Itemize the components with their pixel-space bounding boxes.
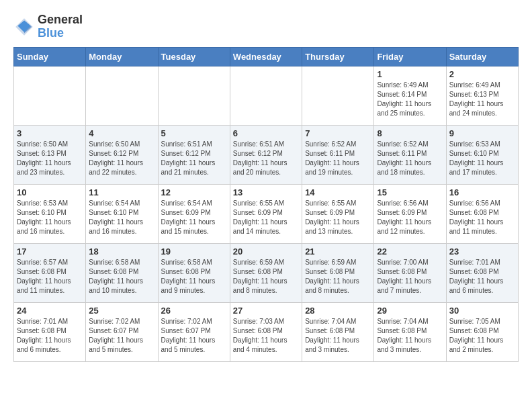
calendar-table: SundayMondayTuesdayWednesdayThursdayFrid…: [13, 47, 519, 362]
calendar-cell: 8Sunrise: 6:52 AM Sunset: 6:11 PM Daylig…: [374, 125, 446, 184]
weekday-header-monday: Monday: [86, 47, 158, 66]
weekday-header-tuesday: Tuesday: [158, 47, 230, 66]
day-info: Sunrise: 6:50 AM Sunset: 6:12 PM Dayligh…: [89, 140, 154, 177]
calendar-cell: 2Sunrise: 6:49 AM Sunset: 6:13 PM Daylig…: [446, 66, 518, 125]
page-header: General Blue: [13, 13, 519, 40]
day-info: Sunrise: 6:59 AM Sunset: 6:08 PM Dayligh…: [233, 258, 299, 295]
day-number: 7: [305, 128, 371, 138]
calendar-cell: 14Sunrise: 6:55 AM Sunset: 6:09 PM Dayli…: [302, 184, 374, 243]
logo-icon: [13, 16, 35, 38]
calendar-cell: 30Sunrise: 7:05 AM Sunset: 6:08 PM Dayli…: [446, 302, 518, 361]
calendar-cell: [158, 66, 230, 125]
day-info: Sunrise: 6:50 AM Sunset: 6:13 PM Dayligh…: [17, 140, 83, 177]
calendar-cell: 10Sunrise: 6:53 AM Sunset: 6:10 PM Dayli…: [14, 184, 86, 243]
calendar-cell: 22Sunrise: 7:00 AM Sunset: 6:08 PM Dayli…: [374, 243, 446, 302]
day-info: Sunrise: 6:52 AM Sunset: 6:11 PM Dayligh…: [377, 140, 443, 177]
day-number: 26: [161, 306, 227, 316]
day-number: 4: [89, 128, 154, 138]
calendar-cell: 17Sunrise: 6:57 AM Sunset: 6:08 PM Dayli…: [14, 243, 86, 302]
weekday-header-wednesday: Wednesday: [230, 47, 302, 66]
day-number: 30: [449, 306, 515, 316]
weekday-header-saturday: Saturday: [446, 47, 518, 66]
day-number: 12: [161, 187, 227, 197]
day-number: 10: [17, 187, 83, 197]
calendar-week-2: 3Sunrise: 6:50 AM Sunset: 6:13 PM Daylig…: [14, 125, 519, 184]
day-number: 16: [449, 187, 515, 197]
day-info: Sunrise: 6:57 AM Sunset: 6:08 PM Dayligh…: [17, 258, 83, 295]
weekday-header-thursday: Thursday: [302, 47, 374, 66]
calendar-cell: 25Sunrise: 7:02 AM Sunset: 6:07 PM Dayli…: [86, 302, 158, 361]
day-info: Sunrise: 7:02 AM Sunset: 6:07 PM Dayligh…: [161, 317, 227, 355]
day-info: Sunrise: 7:01 AM Sunset: 6:08 PM Dayligh…: [449, 258, 515, 295]
day-info: Sunrise: 6:55 AM Sunset: 6:09 PM Dayligh…: [305, 199, 371, 236]
calendar-cell: 18Sunrise: 6:58 AM Sunset: 6:08 PM Dayli…: [86, 243, 158, 302]
day-number: 18: [89, 246, 154, 257]
day-info: Sunrise: 6:58 AM Sunset: 6:08 PM Dayligh…: [161, 258, 227, 295]
day-info: Sunrise: 6:59 AM Sunset: 6:08 PM Dayligh…: [305, 258, 371, 295]
logo-general: General: [38, 13, 83, 27]
day-info: Sunrise: 7:02 AM Sunset: 6:07 PM Dayligh…: [89, 317, 154, 355]
day-info: Sunrise: 6:51 AM Sunset: 6:12 PM Dayligh…: [233, 140, 299, 177]
calendar-cell: 15Sunrise: 6:56 AM Sunset: 6:09 PM Dayli…: [374, 184, 446, 243]
calendar-cell: 16Sunrise: 6:56 AM Sunset: 6:08 PM Dayli…: [446, 184, 518, 243]
calendar-body: 1Sunrise: 6:49 AM Sunset: 6:14 PM Daylig…: [14, 66, 519, 361]
day-info: Sunrise: 6:54 AM Sunset: 6:10 PM Dayligh…: [89, 199, 154, 236]
day-number: 21: [305, 246, 371, 257]
calendar-cell: 9Sunrise: 6:53 AM Sunset: 6:10 PM Daylig…: [446, 125, 518, 184]
weekday-header-sunday: Sunday: [14, 47, 86, 66]
calendar-week-5: 24Sunrise: 7:01 AM Sunset: 6:08 PM Dayli…: [14, 302, 519, 361]
calendar-cell: 12Sunrise: 6:54 AM Sunset: 6:09 PM Dayli…: [158, 184, 230, 243]
logo: General Blue: [13, 13, 83, 40]
day-number: 14: [305, 187, 371, 197]
day-info: Sunrise: 7:04 AM Sunset: 6:08 PM Dayligh…: [377, 317, 443, 355]
day-info: Sunrise: 6:54 AM Sunset: 6:09 PM Dayligh…: [161, 199, 227, 236]
calendar-cell: 24Sunrise: 7:01 AM Sunset: 6:08 PM Dayli…: [14, 302, 86, 361]
day-number: 28: [305, 306, 371, 316]
day-number: 20: [233, 246, 299, 257]
calendar-cell: 23Sunrise: 7:01 AM Sunset: 6:08 PM Dayli…: [446, 243, 518, 302]
calendar-cell: 11Sunrise: 6:54 AM Sunset: 6:10 PM Dayli…: [86, 184, 158, 243]
day-info: Sunrise: 6:53 AM Sunset: 6:10 PM Dayligh…: [17, 199, 83, 236]
day-number: 24: [17, 306, 83, 316]
calendar-cell: 7Sunrise: 6:52 AM Sunset: 6:11 PM Daylig…: [302, 125, 374, 184]
calendar-cell: 29Sunrise: 7:04 AM Sunset: 6:08 PM Dayli…: [374, 302, 446, 361]
calendar-header: SundayMondayTuesdayWednesdayThursdayFrid…: [14, 47, 519, 66]
weekday-header-friday: Friday: [374, 47, 446, 66]
day-number: 23: [449, 246, 515, 257]
day-info: Sunrise: 7:00 AM Sunset: 6:08 PM Dayligh…: [377, 258, 443, 295]
day-number: 17: [17, 246, 83, 257]
day-info: Sunrise: 6:55 AM Sunset: 6:09 PM Dayligh…: [233, 199, 299, 236]
day-info: Sunrise: 6:49 AM Sunset: 6:13 PM Dayligh…: [449, 81, 515, 118]
calendar-cell: 28Sunrise: 7:04 AM Sunset: 6:08 PM Dayli…: [302, 302, 374, 361]
day-number: 25: [89, 306, 154, 316]
day-info: Sunrise: 7:03 AM Sunset: 6:08 PM Dayligh…: [233, 317, 299, 355]
day-info: Sunrise: 6:49 AM Sunset: 6:14 PM Dayligh…: [377, 81, 443, 118]
calendar-cell: 4Sunrise: 6:50 AM Sunset: 6:12 PM Daylig…: [86, 125, 158, 184]
calendar-cell: 20Sunrise: 6:59 AM Sunset: 6:08 PM Dayli…: [230, 243, 302, 302]
calendar-cell: 1Sunrise: 6:49 AM Sunset: 6:14 PM Daylig…: [374, 66, 446, 125]
calendar-cell: 13Sunrise: 6:55 AM Sunset: 6:09 PM Dayli…: [230, 184, 302, 243]
calendar-cell: 6Sunrise: 6:51 AM Sunset: 6:12 PM Daylig…: [230, 125, 302, 184]
calendar-cell: 27Sunrise: 7:03 AM Sunset: 6:08 PM Dayli…: [230, 302, 302, 361]
day-info: Sunrise: 6:51 AM Sunset: 6:12 PM Dayligh…: [161, 140, 227, 177]
day-number: 1: [377, 69, 443, 79]
day-number: 5: [161, 128, 227, 138]
calendar-cell: [230, 66, 302, 125]
calendar-cell: [14, 66, 86, 125]
day-info: Sunrise: 6:58 AM Sunset: 6:08 PM Dayligh…: [89, 258, 154, 295]
day-number: 19: [161, 246, 227, 257]
day-number: 22: [377, 246, 443, 257]
weekday-row: SundayMondayTuesdayWednesdayThursdayFrid…: [14, 47, 519, 66]
calendar-cell: [302, 66, 374, 125]
calendar-cell: 21Sunrise: 6:59 AM Sunset: 6:08 PM Dayli…: [302, 243, 374, 302]
day-info: Sunrise: 7:04 AM Sunset: 6:08 PM Dayligh…: [305, 317, 371, 355]
day-info: Sunrise: 6:52 AM Sunset: 6:11 PM Dayligh…: [305, 140, 371, 177]
day-info: Sunrise: 6:56 AM Sunset: 6:09 PM Dayligh…: [377, 199, 443, 236]
day-number: 15: [377, 187, 443, 197]
day-number: 2: [449, 69, 515, 79]
calendar-cell: 3Sunrise: 6:50 AM Sunset: 6:13 PM Daylig…: [14, 125, 86, 184]
day-number: 6: [233, 128, 299, 138]
calendar-week-3: 10Sunrise: 6:53 AM Sunset: 6:10 PM Dayli…: [14, 184, 519, 243]
day-number: 8: [377, 128, 443, 138]
day-info: Sunrise: 6:53 AM Sunset: 6:10 PM Dayligh…: [449, 140, 515, 177]
